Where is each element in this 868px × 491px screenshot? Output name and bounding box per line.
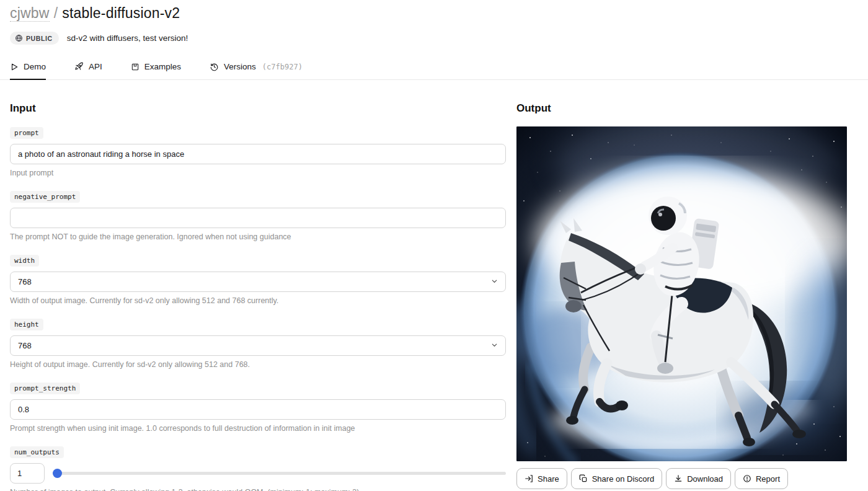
report-button[interactable]: Report — [735, 468, 788, 489]
tab-api-label: API — [89, 62, 102, 71]
field-height: height 768 Height of output image. Curre… — [10, 318, 506, 369]
slider-track — [53, 472, 506, 475]
output-image — [516, 126, 847, 461]
main-content: Input prompt Input prompt negative_promp… — [0, 102, 868, 491]
alert-icon — [743, 474, 751, 483]
prompt-strength-input[interactable] — [10, 399, 506, 420]
tab-examples-label: Examples — [144, 62, 181, 71]
field-num-outputs: num_outputs Number of images to output. … — [10, 446, 506, 491]
tab-versions-label: Versions — [224, 62, 256, 71]
share-button[interactable]: Share — [516, 468, 567, 489]
model-description: sd-v2 with diffusers, test version! — [67, 33, 188, 43]
chevron-down-icon — [491, 277, 498, 286]
width-select[interactable]: 768 — [10, 272, 506, 292]
save-icon — [131, 63, 140, 71]
tab-demo-label: Demo — [24, 62, 46, 71]
negative-prompt-help: The prompt NOT to guide the image genera… — [10, 232, 506, 241]
width-label: width — [10, 255, 39, 267]
report-button-label: Report — [756, 474, 780, 484]
share-on-discord-button-label: Share on Discord — [592, 474, 654, 484]
prompt-help: Input prompt — [10, 169, 506, 177]
download-button-label: Download — [687, 474, 723, 484]
tab-bar: Demo API Examples Versions (c7fb927) — [0, 56, 868, 80]
field-prompt: prompt Input prompt — [10, 126, 506, 177]
replicate-model-page: cjwbw/stable-diffusion-v2 PUBLIC sd-v2 w… — [0, 0, 868, 491]
negative-prompt-label: negative_prompt — [10, 191, 80, 203]
height-help: Height of output image. Currently for sd… — [10, 360, 506, 369]
breadcrumb: cjwbw/stable-diffusion-v2 — [10, 4, 858, 22]
download-button[interactable]: Download — [666, 468, 731, 489]
page-header: cjwbw/stable-diffusion-v2 PUBLIC sd-v2 w… — [0, 0, 868, 45]
num-outputs-slider[interactable] — [53, 469, 506, 478]
negative-prompt-input[interactable] — [10, 208, 506, 228]
chevron-down-icon — [491, 341, 498, 350]
tab-examples[interactable]: Examples — [131, 56, 181, 79]
output-actions: Share Share on Discord — [516, 468, 847, 489]
tab-versions[interactable]: Versions (c7fb927) — [210, 56, 303, 79]
height-select[interactable]: 768 — [10, 335, 506, 356]
output-section-title: Output — [516, 102, 847, 115]
share-icon — [525, 474, 533, 483]
globe-icon — [15, 34, 23, 42]
badge-row: PUBLIC sd-v2 with diffusers, test versio… — [10, 32, 858, 45]
prompt-strength-label: prompt_strength — [10, 383, 80, 394]
field-prompt-strength: prompt_strength Prompt strength when usi… — [10, 382, 506, 433]
page-title: stable-diffusion-v2 — [62, 5, 180, 21]
prompt-strength-help: Prompt strength when using init image. 1… — [10, 424, 506, 433]
tab-demo[interactable]: Demo — [10, 56, 46, 79]
breadcrumb-separator: / — [54, 5, 58, 21]
download-icon — [674, 474, 683, 483]
slider-thumb[interactable] — [53, 469, 62, 478]
input-column: Input prompt Input prompt negative_promp… — [10, 102, 506, 491]
history-icon — [210, 62, 219, 71]
field-width: width 768 Width of output image. Current… — [10, 254, 506, 305]
share-on-discord-button[interactable]: Share on Discord — [571, 468, 662, 489]
input-section-title: Input — [10, 102, 506, 115]
width-select-value: 768 — [18, 277, 32, 286]
height-label: height — [10, 319, 43, 330]
prompt-input[interactable] — [10, 144, 506, 164]
share-button-label: Share — [538, 474, 559, 484]
rocket-icon — [74, 62, 84, 71]
field-negative-prompt: negative_prompt The prompt NOT to guide … — [10, 190, 506, 241]
owner-link[interactable]: cjwbw — [10, 5, 50, 22]
visibility-badge-label: PUBLIC — [26, 35, 53, 42]
prompt-label: prompt — [10, 127, 43, 139]
version-hash: (c7fb927) — [262, 63, 303, 71]
play-icon — [10, 63, 19, 71]
tab-api[interactable]: API — [74, 56, 102, 79]
visibility-badge: PUBLIC — [10, 32, 59, 45]
copy-icon — [579, 474, 588, 483]
output-column: Output — [516, 102, 847, 489]
num-outputs-input[interactable] — [10, 463, 45, 484]
num-outputs-label: num_outputs — [10, 446, 64, 458]
height-select-value: 768 — [18, 341, 32, 350]
num-outputs-help: Number of images to output. Currenly all… — [10, 488, 506, 491]
width-help: Width of output image. Currently for sd-… — [10, 296, 506, 305]
